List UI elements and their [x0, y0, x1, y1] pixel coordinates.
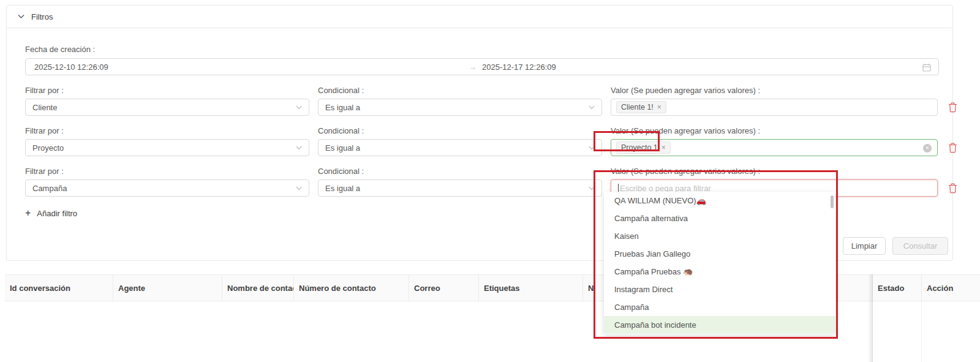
chevron-down-icon: [296, 105, 302, 110]
scrollbar-thumb[interactable]: [831, 195, 834, 208]
conditional-select-2[interactable]: Es igual a: [318, 139, 602, 156]
conditional-value-2: Es igual a: [325, 143, 360, 153]
tag-label: Cliente 1!: [621, 103, 654, 111]
filter-by-select-2[interactable]: Proyecto: [25, 139, 309, 156]
col-header-estado: Estado: [873, 275, 922, 301]
plus-icon: +: [25, 208, 31, 219]
fixed-column-shadow: [868, 274, 873, 362]
value-label: Valor (Se pueden agregar varios valores)…: [611, 126, 760, 135]
chevron-down-icon: [296, 145, 302, 151]
col-header-id-conversacion: Id conversación: [5, 275, 113, 301]
chevron-down-icon: [18, 14, 24, 19]
filter-by-value-2: Proyecto: [32, 143, 64, 153]
col-header-agente: Agente: [113, 275, 222, 301]
date-label: Fecha de creación :: [25, 45, 95, 54]
date-end-value[interactable]: 2025-12-17 12:26:09: [482, 62, 556, 72]
page: Filtros Fecha de creación : 2025-12-10 1…: [0, 0, 980, 362]
value-label: Valor (Se pueden agregar varios valores)…: [611, 86, 760, 95]
chevron-down-icon: [589, 105, 595, 110]
filter-by-select-1[interactable]: Cliente: [25, 99, 309, 116]
filter-by-label: Filtrar por :: [25, 167, 64, 176]
range-arrow-icon: →: [469, 62, 477, 72]
dropdown-option-highlighted[interactable]: Campaña bot incidente: [604, 316, 835, 334]
conditional-label: Condicional :: [318, 126, 364, 135]
dropdown-option[interactable]: QA WILLIAM (NUEVO)🚗: [604, 192, 835, 209]
chevron-down-icon: [296, 186, 302, 191]
date-start-value[interactable]: 2025-12-10 12:26:09: [34, 62, 108, 72]
tag-close-icon[interactable]: ×: [657, 103, 662, 111]
conditional-select-1[interactable]: Es igual a: [318, 99, 602, 116]
add-filter-label: Añadir filtro: [37, 209, 77, 218]
dropdown-option[interactable]: Pruebas Jian Gallego: [604, 245, 835, 263]
campaign-options-dropdown: QA WILLIAM (NUEVO)🚗 Campaña alternativa …: [604, 192, 835, 334]
clear-button[interactable]: Limpiar: [843, 237, 886, 255]
tag-close-icon[interactable]: ×: [662, 143, 666, 152]
delete-filter-button[interactable]: [948, 183, 957, 194]
clear-input-icon[interactable]: ×: [923, 144, 932, 153]
chevron-down-icon: [589, 186, 595, 191]
filter-by-select-3[interactable]: Campaña: [25, 179, 309, 197]
conditional-value-1: Es igual a: [325, 103, 360, 112]
conditional-label: Condicional :: [318, 167, 364, 176]
delete-filter-button[interactable]: [948, 143, 957, 153]
value-input-2[interactable]: Proyecto 1 × ×: [611, 139, 938, 156]
filter-by-value-1: Cliente: [32, 103, 57, 112]
query-button[interactable]: Consultar: [892, 237, 948, 255]
conditional-label: Condicional :: [318, 86, 364, 95]
dropdown-option[interactable]: Instagram Direct: [604, 281, 835, 298]
conditional-select-3[interactable]: Es igual a: [318, 179, 602, 197]
delete-filter-button[interactable]: [948, 102, 957, 113]
chevron-down-icon: [589, 145, 595, 151]
filters-panel-header[interactable]: Filtros: [7, 6, 952, 28]
value-label: Valor (Se pueden agregar varios valores)…: [611, 167, 760, 176]
filter-by-label: Filtrar por :: [25, 86, 64, 95]
value-tag: Cliente 1! ×: [616, 101, 666, 113]
value-input-1[interactable]: Cliente 1! ×: [611, 99, 938, 116]
col-header-numero-contacto: Número de contacto: [294, 275, 409, 301]
conditional-value-3: Es igual a: [325, 184, 360, 193]
dropdown-option[interactable]: Campaña alternativa: [604, 209, 835, 227]
dropdown-option[interactable]: Campaña Pruebas 🦔: [604, 263, 835, 281]
col-header-accion: Acción: [922, 275, 980, 301]
col-header-nombre-contacto: Nombre de contacto: [222, 275, 294, 301]
date-range-input[interactable]: 2025-12-10 12:26:09 → 2025-12-17 12:26:0…: [25, 58, 939, 75]
calendar-icon[interactable]: [922, 63, 931, 72]
dropdown-option[interactable]: Kaisen: [604, 227, 835, 245]
tag-label: Proyecto 1: [621, 143, 658, 152]
dropdown-option[interactable]: Campaña: [604, 298, 835, 316]
column-divider: [921, 301, 922, 362]
filter-by-label: Filtrar por :: [25, 126, 64, 135]
col-header-etiquetas: Etiquetas: [479, 275, 583, 301]
filter-by-value-3: Campaña: [32, 184, 67, 193]
value-tag: Proyecto 1 ×: [616, 141, 671, 154]
col-header-correo: Correo: [409, 275, 479, 301]
panel-title: Filtros: [31, 12, 53, 21]
add-filter-button[interactable]: + Añadir filtro: [25, 208, 77, 219]
